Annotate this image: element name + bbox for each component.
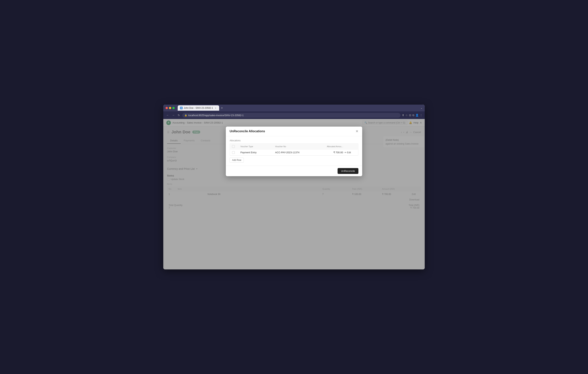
- main-content: F Accounting › Sales Invoice › SINV-23-2…: [163, 119, 425, 269]
- forward-button[interactable]: →: [171, 113, 175, 118]
- row-voucher-no: ACC-PAY-2023-11374: [275, 151, 308, 154]
- new-tab-button[interactable]: +: [220, 106, 224, 110]
- tab-favicon: E: [180, 107, 183, 109]
- title-bar: E John Doe - SINV-23-20582-1 ✕ + ⌄: [163, 105, 425, 111]
- alloc-table-row: Payment Entry ACC-PAY-2023-11374 ₹ 700.0…: [230, 150, 358, 156]
- row-voucher-type: Payment Entry: [240, 151, 273, 154]
- reload-button[interactable]: ↻: [177, 113, 181, 118]
- modal-title: UnReconcile Allocations: [230, 129, 265, 133]
- add-row-button[interactable]: Add Row: [230, 158, 244, 162]
- address-bar: ← → ↻ 🔒 localhost:8025/app/sales-invoice…: [163, 111, 425, 119]
- unreconcile-modal: UnReconcile Allocations ✕ Allocations Vo…: [226, 127, 362, 176]
- col-voucher-type: Voucher Type: [240, 145, 273, 148]
- traffic-lights: [166, 107, 175, 109]
- header-checkbox[interactable]: [232, 145, 235, 148]
- modal-close-button[interactable]: ✕: [356, 129, 358, 133]
- split-view-icon[interactable]: ⧉: [412, 114, 414, 117]
- close-traffic-light[interactable]: [166, 107, 168, 109]
- maximize-traffic-light[interactable]: [172, 107, 175, 109]
- tab-expand-icon[interactable]: ⌄: [420, 107, 422, 109]
- modal-footer: UnReconcile: [226, 166, 362, 176]
- edit-pencil-icon: ✏: [345, 151, 346, 154]
- col-voucher-no: Voucher No: [275, 145, 308, 148]
- row-checkbox[interactable]: [232, 151, 235, 154]
- alloc-table-header: Voucher Type Voucher No Allocated Amou..…: [230, 144, 358, 150]
- browser-tab[interactable]: E John Doe - SINV-23-20582-1 ✕: [178, 105, 219, 111]
- bookmark-icon[interactable]: ☆: [405, 114, 408, 117]
- modal-body: Allocations Voucher Type Voucher No Allo…: [226, 136, 362, 166]
- sidebar-icon[interactable]: ⊟: [409, 114, 411, 117]
- row-allocated-amount: ₹ 700.00: [310, 151, 343, 154]
- tab-label: John Doe - SINV-23-20582-1: [184, 107, 213, 109]
- minimize-traffic-light[interactable]: [169, 107, 171, 109]
- back-button[interactable]: ←: [166, 113, 170, 118]
- modal-overlay: UnReconcile Allocations ✕ Allocations Vo…: [163, 119, 425, 269]
- col-allocated-amount: Allocated Amou...: [310, 145, 343, 148]
- modal-header: UnReconcile Allocations ✕: [226, 127, 362, 136]
- browser-actions: ⬆ ☆ ⊟ ⧉ 👤 ⋮: [402, 114, 422, 117]
- unreconcile-button[interactable]: UnReconcile: [337, 168, 358, 174]
- lock-icon: 🔒: [185, 114, 187, 117]
- profile-icon[interactable]: 👤: [415, 114, 419, 117]
- url-text: localhost:8025/app/sales-invoice/SINV-23…: [188, 114, 244, 117]
- browser-window: E John Doe - SINV-23-20582-1 ✕ + ⌄ ← → ↻…: [163, 105, 425, 269]
- tab-close-button[interactable]: ✕: [214, 107, 217, 109]
- menu-icon[interactable]: ⋮: [420, 114, 422, 117]
- row-edit-button[interactable]: ✏ Edit: [345, 151, 356, 154]
- allocations-label: Allocations: [230, 139, 358, 142]
- address-field[interactable]: 🔒 localhost:8025/app/sales-invoice/SINV-…: [182, 113, 400, 118]
- tab-bar: E John Doe - SINV-23-20582-1 ✕ +: [178, 105, 419, 111]
- allocations-table: Voucher Type Voucher No Allocated Amou..…: [230, 143, 358, 156]
- share-icon[interactable]: ⬆: [402, 114, 404, 117]
